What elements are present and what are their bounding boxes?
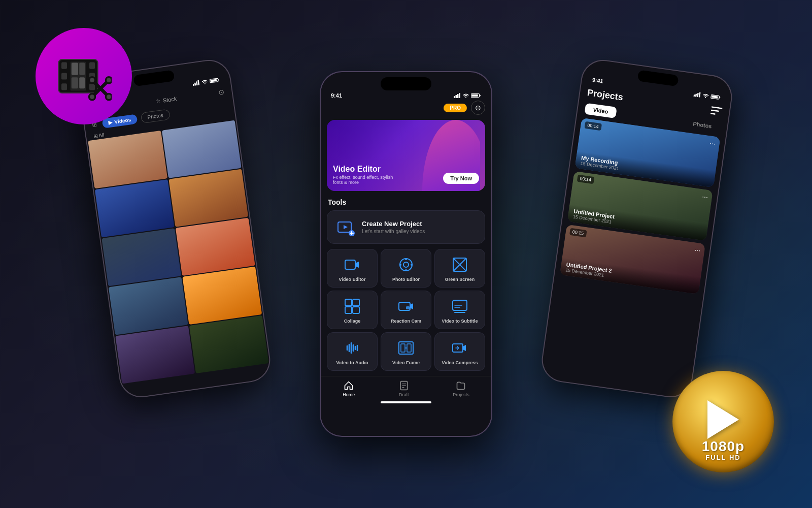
photo-cell-8 [182, 267, 262, 325]
hero-banner[interactable]: Video Editor Fx effect, sound effect, st… [327, 120, 485, 191]
svg-rect-53 [353, 307, 359, 313]
svg-rect-9 [79, 63, 85, 75]
photo-cell-6 [176, 218, 255, 276]
svg-rect-3 [61, 83, 67, 90]
green-screen-icon [452, 257, 468, 273]
home-icon [344, 380, 354, 391]
film-icon [56, 48, 112, 104]
create-project-text: Create New Project Let's start with gall… [362, 220, 425, 234]
svg-rect-61 [401, 344, 405, 352]
settings-icon[interactable]: ⊙ [471, 101, 485, 115]
svg-rect-8 [72, 63, 78, 75]
svg-point-17 [107, 78, 111, 82]
photos-filter-btn[interactable]: Photos [140, 109, 171, 123]
collage-icon [344, 298, 360, 314]
svg-rect-31 [457, 94, 459, 98]
tool-video-editor[interactable]: Video Editor [327, 249, 378, 288]
status-icons-left [192, 77, 220, 86]
svg-point-41 [400, 259, 412, 271]
projects-title: Projects [587, 87, 624, 103]
svg-rect-78 [710, 112, 716, 114]
svg-point-45 [399, 264, 401, 266]
photo-editor-icon [398, 257, 414, 273]
signal-icon-left [192, 80, 200, 86]
svg-rect-2 [61, 73, 67, 79]
svg-point-46 [411, 264, 413, 266]
tool-reaction-cam[interactable]: Reaction Cam [381, 291, 431, 329]
video-editor-icon [344, 257, 360, 273]
nav-home[interactable]: Home [343, 380, 355, 397]
draft-icon [399, 380, 409, 391]
svg-rect-11 [79, 77, 85, 88]
svg-point-43 [405, 258, 407, 260]
video-subtitle-icon [452, 298, 468, 314]
status-icons-center [454, 93, 481, 98]
tool-video-compress[interactable]: Video Compress [434, 332, 485, 371]
svg-rect-30 [456, 95, 457, 98]
video-compress-icon [452, 340, 468, 356]
hero-text: Video Editor Fx effect, sound effect, st… [333, 165, 404, 185]
tab-video[interactable]: Video [584, 103, 617, 118]
svg-rect-35 [471, 94, 478, 97]
svg-rect-24 [196, 81, 198, 85]
svg-point-42 [403, 262, 409, 267]
play-label-wrap: 1080p FULL HD [702, 439, 745, 461]
svg-point-15 [90, 78, 94, 82]
svg-point-44 [405, 269, 407, 271]
film-badge [36, 28, 132, 124]
svg-point-19 [90, 94, 94, 99]
tool-grid: Video Editor Photo Editor [321, 246, 491, 374]
svg-rect-28 [210, 79, 217, 82]
svg-rect-10 [72, 77, 78, 88]
pro-badge[interactable]: PRO [444, 104, 467, 112]
svg-rect-6 [89, 83, 95, 90]
nav-projects[interactable]: Projects [453, 380, 469, 397]
tool-photo-editor[interactable]: Photo Editor [381, 249, 431, 288]
wifi-icon-left [201, 79, 208, 85]
create-new-project-btn[interactable]: Create New Project Let's start with gall… [327, 210, 485, 244]
play-circle: 1080p FULL HD [672, 371, 774, 472]
quality-label: FULL HD [702, 454, 745, 461]
phone-right: 9:41 [539, 57, 735, 400]
svg-rect-32 [459, 93, 461, 98]
phone-center: 9:41 [320, 71, 492, 437]
more-btn-3[interactable]: ··· [694, 245, 701, 254]
svg-rect-72 [699, 92, 701, 98]
svg-rect-29 [454, 96, 455, 98]
battery-icon-center [471, 93, 481, 98]
scene: 9:41 [0, 0, 812, 508]
photo-cell-5 [101, 228, 181, 286]
status-bar-center: 9:41 [321, 90, 491, 101]
project-list: 00:14 ··· My Recording 15 December 2021 … [554, 115, 726, 297]
svg-rect-75 [712, 96, 718, 99]
create-project-icon [336, 218, 355, 236]
play-triangle [707, 400, 739, 439]
status-icons-right [693, 91, 721, 100]
svg-rect-70 [695, 94, 697, 97]
tools-label: Tools [321, 194, 491, 208]
wifi-icon-right [702, 93, 709, 99]
time-center: 9:41 [331, 92, 342, 99]
photo-cell-3 [95, 179, 175, 237]
tool-video-subtitle[interactable]: Video to Subtitle [434, 291, 485, 329]
tool-video-frame[interactable]: Video Frame [381, 332, 431, 371]
play-badge: 1080p FULL HD [667, 366, 779, 478]
svg-rect-69 [693, 94, 695, 97]
photo-cell-1 [88, 131, 167, 188]
tool-collage[interactable]: Collage [327, 291, 378, 329]
svg-rect-40 [345, 260, 355, 269]
svg-rect-23 [194, 83, 196, 86]
menu-icon[interactable] [710, 106, 723, 116]
more-btn-2[interactable]: ··· [701, 192, 708, 201]
try-now-button[interactable]: Try Now [443, 173, 479, 184]
stock-nav-btn[interactable]: ☆ Stock [155, 95, 177, 105]
svg-rect-52 [345, 307, 352, 313]
projects-icon [456, 380, 466, 391]
tool-video-audio[interactable]: Video to Audio [327, 332, 378, 371]
tool-green-screen[interactable]: Green Screen [434, 249, 485, 288]
more-btn-1[interactable]: ··· [709, 139, 716, 147]
photo-cell-4 [168, 169, 248, 227]
wifi-icon-center [463, 93, 469, 98]
nav-draft[interactable]: Draft [399, 380, 409, 397]
svg-rect-25 [197, 80, 199, 85]
